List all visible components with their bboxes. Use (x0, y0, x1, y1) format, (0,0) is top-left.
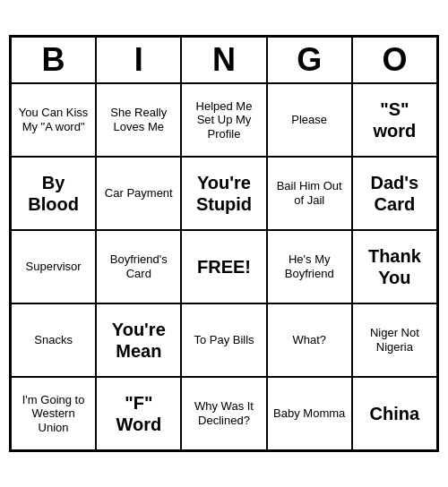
bingo-cell: He's My Boyfriend (267, 230, 352, 303)
bingo-header: BINGO (11, 37, 437, 83)
bingo-cell: To Pay Bills (181, 303, 266, 377)
header-letter: I (96, 37, 181, 83)
bingo-cell: You Can Kiss My "A word" (11, 83, 96, 157)
bingo-cell: Car Payment (96, 157, 181, 230)
bingo-cell: Thank You (352, 230, 437, 303)
bingo-cell: Baby Momma (267, 377, 352, 450)
header-letter: O (352, 37, 437, 83)
bingo-cell: She Really Loves Me (96, 83, 181, 157)
bingo-cell: Helped Me Set Up My Profile (181, 83, 266, 157)
bingo-cell: "F" Word (96, 377, 181, 450)
bingo-cell: "S" word (352, 83, 437, 157)
header-letter: B (11, 37, 96, 83)
bingo-cell: Snacks (11, 303, 96, 377)
bingo-cell: What? (267, 303, 352, 377)
bingo-cell: Supervisor (11, 230, 96, 303)
bingo-cell: Why Was It Declined? (181, 377, 266, 450)
bingo-cell: Please (267, 83, 352, 157)
bingo-cell: China (352, 377, 437, 450)
bingo-cell: I'm Going to Western Union (11, 377, 96, 450)
bingo-cell: Boyfriend's Card (96, 230, 181, 303)
header-letter: G (267, 37, 352, 83)
bingo-cell: Dad's Card (352, 157, 437, 230)
bingo-cell: You're Stupid (181, 157, 266, 230)
bingo-cell: By Blood (11, 157, 96, 230)
bingo-cell: Bail Him Out of Jail (267, 157, 352, 230)
bingo-card: BINGO You Can Kiss My "A word"She Really… (9, 35, 439, 452)
bingo-grid: You Can Kiss My "A word"She Really Loves… (11, 83, 437, 450)
bingo-cell: You're Mean (96, 303, 181, 377)
free-space: FREE! (181, 230, 266, 303)
header-letter: N (181, 37, 266, 83)
bingo-cell: Niger Not Nigeria (352, 303, 437, 377)
